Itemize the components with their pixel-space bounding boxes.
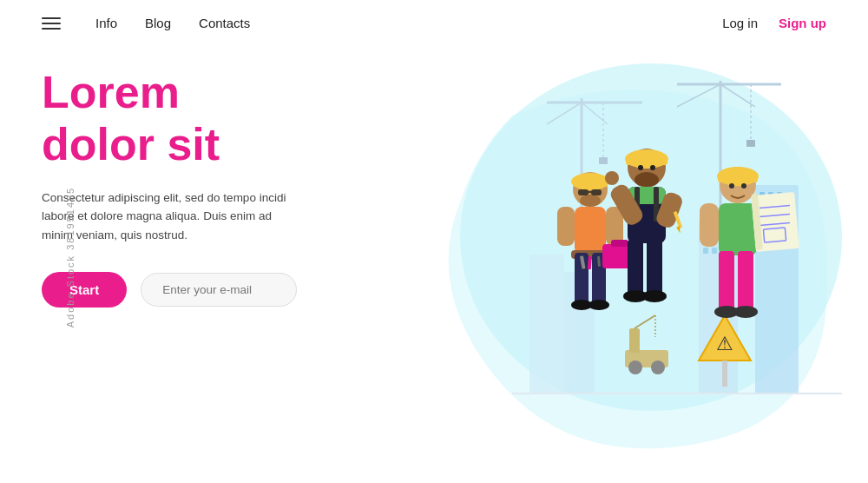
svg-rect-98 bbox=[700, 203, 719, 247]
svg-rect-79 bbox=[647, 240, 662, 296]
svg-rect-78 bbox=[628, 240, 643, 296]
email-input[interactable] bbox=[141, 273, 297, 307]
svg-rect-52 bbox=[578, 189, 589, 195]
svg-rect-90 bbox=[718, 175, 758, 182]
signup-button[interactable]: Sign up bbox=[779, 16, 826, 30]
svg-rect-26 bbox=[703, 248, 708, 254]
svg-rect-64 bbox=[611, 240, 628, 247]
svg-rect-95 bbox=[738, 251, 753, 312]
svg-point-60 bbox=[589, 300, 609, 310]
svg-rect-84 bbox=[608, 175, 616, 183]
navbar: Info Blog Contacts Log in Sign up bbox=[0, 0, 868, 46]
svg-point-97 bbox=[733, 306, 758, 318]
hero-description: Consectetur adipiscing elit, sed do temp… bbox=[42, 189, 302, 245]
illustration-panel: ⚠ bbox=[347, 46, 868, 468]
nav-link-info[interactable]: Info bbox=[95, 16, 117, 30]
svg-point-110 bbox=[628, 361, 642, 374]
main-illustration: ⚠ bbox=[347, 46, 868, 468]
svg-point-111 bbox=[651, 361, 665, 374]
svg-point-51 bbox=[580, 195, 601, 207]
nav-links: Info Blog Contacts bbox=[95, 16, 694, 30]
svg-rect-37 bbox=[599, 157, 608, 164]
svg-point-91 bbox=[729, 183, 734, 189]
hamburger-menu-icon[interactable] bbox=[42, 17, 61, 30]
svg-rect-93 bbox=[719, 203, 757, 255]
svg-point-72 bbox=[638, 165, 643, 170]
svg-point-73 bbox=[650, 165, 655, 170]
nav-right: Log in Sign up bbox=[722, 16, 826, 30]
svg-point-92 bbox=[741, 183, 746, 189]
svg-rect-50 bbox=[573, 180, 608, 187]
svg-rect-30 bbox=[529, 255, 564, 394]
nav-link-contacts[interactable]: Contacts bbox=[199, 16, 250, 30]
svg-rect-55 bbox=[575, 207, 606, 255]
cta-row: Start bbox=[42, 272, 306, 308]
svg-rect-43 bbox=[746, 140, 755, 147]
watermark: Adobe Stock 381951485 bbox=[65, 187, 76, 328]
svg-rect-70 bbox=[626, 157, 667, 165]
svg-text:⚠: ⚠ bbox=[716, 333, 733, 354]
svg-point-71 bbox=[635, 172, 659, 188]
hero-section: Lorem dolor sit Consectetur adipiscing e… bbox=[0, 46, 347, 468]
svg-rect-61 bbox=[557, 207, 575, 246]
svg-rect-94 bbox=[719, 251, 734, 312]
login-button[interactable]: Log in bbox=[722, 16, 758, 30]
hero-title: Lorem dolor sit bbox=[42, 67, 306, 171]
svg-rect-53 bbox=[591, 189, 602, 195]
svg-rect-27 bbox=[712, 248, 717, 254]
nav-link-blog[interactable]: Blog bbox=[145, 16, 171, 30]
start-button[interactable]: Start bbox=[42, 272, 127, 308]
main-content: Adobe Stock 381951485 Lorem dolor sit Co… bbox=[0, 46, 868, 468]
svg-rect-107 bbox=[629, 328, 640, 353]
svg-point-81 bbox=[642, 290, 667, 302]
svg-rect-47 bbox=[722, 361, 727, 387]
